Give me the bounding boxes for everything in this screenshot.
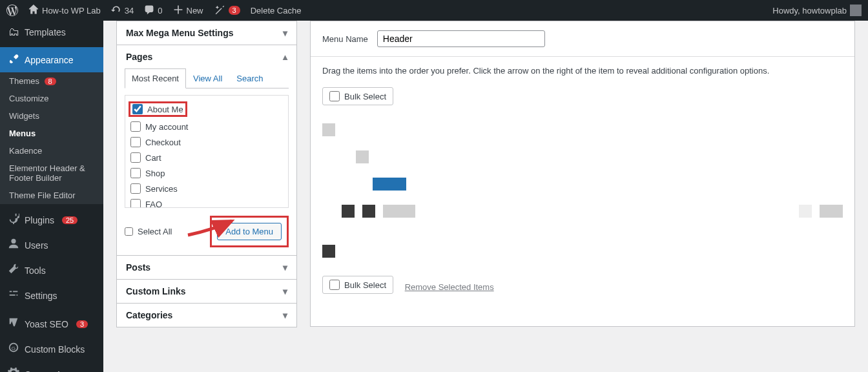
page-item[interactable]: Cart: [130, 150, 283, 165]
sidebar-sub-themes[interactable]: Themes 8: [0, 72, 103, 90]
sidebar-sub-label: Themes: [9, 76, 39, 86]
pages-list[interactable]: About Me My account Checkout Cart Shop S…: [125, 95, 289, 208]
menu-name-input[interactable]: [377, 30, 545, 47]
sidebar-sub-ehfb[interactable]: Elementor Header & Footer Builder: [0, 160, 103, 187]
folder-icon: 🗂: [8, 26, 19, 39]
chevron-down-icon[interactable]: ▾: [283, 310, 287, 320]
postbox-posts[interactable]: Posts▾: [116, 255, 297, 280]
sidebar-sub-tfe[interactable]: Theme File Editor: [0, 187, 103, 204]
sidebar-item-users[interactable]: Users: [0, 232, 103, 258]
brush-icon: [8, 52, 19, 67]
page-checkbox[interactable]: [130, 168, 141, 178]
sidebar-item-tools[interactable]: Tools: [0, 258, 103, 283]
admin-bar: How-to WP Lab 34 0 New 3 Del: [0, 0, 868, 21]
sidebar-sub-kadence[interactable]: Kadence: [0, 142, 103, 160]
blocks-icon: G: [8, 342, 19, 356]
sidebar-sub-label: Kadence: [9, 146, 42, 156]
page-item[interactable]: FAQ: [130, 196, 283, 208]
chevron-down-icon[interactable]: ▾: [283, 262, 287, 273]
wp-logo-icon[interactable]: [6, 5, 18, 16]
select-all-input[interactable]: [125, 227, 133, 236]
chevron-down-icon[interactable]: ▾: [283, 28, 287, 38]
bulk-select-button-bottom[interactable]: Bulk Select: [322, 276, 393, 294]
sidebar-item-settings[interactable]: Settings: [0, 283, 103, 308]
page-item-label: FAQ: [145, 200, 162, 209]
postbox-title: Posts: [126, 262, 150, 273]
bulk-select-checkbox[interactable]: [329, 91, 340, 101]
page-item[interactable]: Checkout: [130, 134, 283, 150]
menu-name-label: Menu Name: [322, 34, 368, 44]
site-name-link[interactable]: How-to WP Lab: [28, 5, 101, 17]
postbox-pages-toggle[interactable]: Pages ▴: [117, 45, 296, 68]
tab-search[interactable]: Search: [229, 68, 270, 88]
sidebar-label: Custom Blocks: [25, 344, 85, 355]
svg-text:G: G: [12, 346, 16, 351]
postbox-max-mega-menu[interactable]: Max Mega Menu Settings ▾: [116, 21, 297, 45]
tab-most-recent[interactable]: Most Recent: [125, 68, 186, 88]
postbox-custom-links[interactable]: Custom Links▾: [116, 279, 297, 304]
page-item[interactable]: Shop: [130, 165, 283, 181]
sidebar-sub-label: Elementor Header & Footer Builder: [9, 163, 85, 183]
delete-cache-link[interactable]: Delete Cache: [251, 6, 302, 16]
sidebar-sub-customize[interactable]: Customize: [0, 90, 103, 107]
bulk-select-button[interactable]: Bulk Select: [322, 87, 393, 105]
wrench-icon: [8, 263, 19, 278]
select-all-checkbox[interactable]: Select All: [125, 227, 172, 236]
sidebar-item-plugins[interactable]: Plugins 25: [0, 207, 103, 232]
sidebar-label: Users: [25, 240, 48, 251]
sliders-icon: [8, 288, 19, 303]
page-item[interactable]: About Me: [130, 99, 283, 119]
sidebar-item-course-access[interactable]: Course Access: [0, 362, 103, 372]
sidebar-sub-label: Widgets: [9, 111, 39, 121]
howdy-link[interactable]: Howdy, howtowplab: [772, 5, 862, 16]
sidebar-label: Appearance: [25, 55, 74, 65]
page-item[interactable]: Services: [130, 181, 283, 196]
plugins-badge: 25: [62, 216, 78, 224]
sidebar-label: Settings: [25, 291, 57, 301]
sidebar-item-templates[interactable]: 🗂 Templates: [0, 21, 103, 44]
sidebar-sub-widgets[interactable]: Widgets: [0, 107, 103, 125]
page-checkbox[interactable]: [130, 152, 141, 163]
updates-link[interactable]: 34: [111, 5, 134, 17]
page-checkbox[interactable]: [130, 183, 141, 194]
page-checkbox[interactable]: [130, 199, 141, 208]
page-item-label: About Me: [147, 105, 183, 114]
sidebar-sub-label: Theme File Editor: [9, 191, 76, 200]
page-checkbox[interactable]: [130, 137, 141, 147]
wand-icon: [214, 4, 225, 17]
postbox-title: Max Mega Menu Settings: [126, 28, 233, 38]
comments-link[interactable]: 0: [144, 5, 162, 17]
bulk-select-checkbox[interactable]: [329, 280, 340, 290]
page-item[interactable]: My account: [130, 119, 283, 134]
chevron-up-icon[interactable]: ▴: [283, 52, 287, 62]
page-checkbox[interactable]: [132, 104, 143, 114]
tab-view-all[interactable]: View All: [186, 68, 229, 88]
themes-badge: 8: [45, 78, 56, 85]
plus-icon: [173, 5, 183, 17]
add-to-menu-button[interactable]: Add to Menu: [217, 223, 282, 240]
new-label: New: [187, 6, 203, 16]
new-link[interactable]: New: [173, 5, 203, 17]
page-item-label: Cart: [145, 153, 161, 163]
chevron-down-icon[interactable]: ▾: [283, 286, 287, 296]
sidebar-item-appearance[interactable]: Appearance: [0, 47, 103, 72]
postbox-categories[interactable]: Categories▾: [116, 303, 297, 327]
postbox-title: Categories: [126, 310, 172, 320]
yoast-icon: [8, 316, 19, 331]
sidebar-sub-menus[interactable]: Menus: [0, 125, 103, 142]
page-item-label: My account: [145, 122, 188, 132]
sidebar-item-yoast[interactable]: Yoast SEO 3: [0, 311, 103, 336]
remove-selected-link[interactable]: Remove Selected Items: [405, 282, 494, 292]
refresh-icon: [111, 5, 121, 17]
accordion-column: Max Mega Menu Settings ▾ Pages ▴ Most Re…: [116, 21, 297, 327]
updates-count: 34: [125, 6, 134, 16]
sidebar-label: Tools: [25, 265, 46, 276]
delete-cache-label: Delete Cache: [251, 6, 302, 16]
yoast-badge: 3: [76, 320, 88, 328]
page-checkbox[interactable]: [130, 121, 141, 132]
pending-link[interactable]: 3: [214, 4, 240, 17]
sidebar-item-custom-blocks[interactable]: G Custom Blocks: [0, 336, 103, 362]
sidebar-sub-label: Menus: [9, 129, 36, 138]
gear-icon: [8, 367, 19, 372]
content-area: Max Mega Menu Settings ▾ Pages ▴ Most Re…: [103, 21, 868, 372]
